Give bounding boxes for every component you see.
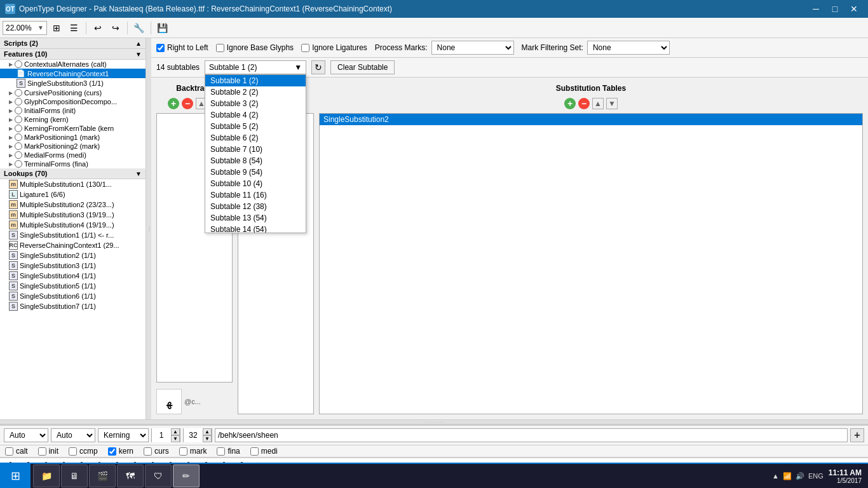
- tree-item-init[interactable]: ▶ InitialForms (init): [0, 106, 146, 115]
- checkbox-curs[interactable]: curs: [144, 447, 169, 456]
- checkbox-calt[interactable]: calt: [5, 447, 28, 456]
- checkbox-ccmp-input[interactable]: [69, 447, 77, 456]
- lookups-section-header[interactable]: Lookups (70) ▼: [0, 168, 146, 179]
- backtrack-add-button[interactable]: +: [168, 98, 179, 109]
- substitution-down-button[interactable]: ▼: [606, 98, 618, 109]
- subtable-item-8[interactable]: Subtable 8 (54): [205, 155, 306, 166]
- checkbox-medi[interactable]: medi: [250, 447, 278, 456]
- tree-item-glyph-comp[interactable]: ▶ GlyphCompositionDecompo...: [0, 97, 146, 106]
- taskbar-item-2[interactable]: 🖥: [61, 464, 88, 487]
- tree-item-curs[interactable]: ▶ CursivePositioning (curs): [0, 88, 146, 97]
- grid-button[interactable]: ⊞: [48, 20, 65, 36]
- taskbar-item-explorer[interactable]: 📁: [33, 464, 60, 487]
- tree-item-singlesub4[interactable]: S SingleSubstitution4 (1/1): [0, 271, 146, 281]
- maximize-button[interactable]: □: [826, 1, 844, 17]
- mark-filtering-select[interactable]: None: [587, 41, 670, 55]
- redo-button[interactable]: ↪: [107, 20, 124, 36]
- start-button[interactable]: ⊞: [0, 463, 31, 488]
- zoom-arrow[interactable]: ▼: [37, 24, 44, 31]
- tree-item-singlesub6[interactable]: S SingleSubstitution6 (1/1): [0, 291, 146, 301]
- substitution-add-button[interactable]: +: [564, 98, 576, 109]
- right-to-left-input[interactable]: [156, 44, 165, 52]
- checkbox-fina-input[interactable]: [217, 447, 225, 456]
- tree-item-kern-table[interactable]: ▶ KerningFromKernTable (kern: [0, 124, 146, 133]
- checkbox-ccmp[interactable]: ccmp: [69, 447, 98, 456]
- tree-item-singlesub1[interactable]: S SingleSubstitution1 (1/1) <- r...: [0, 230, 146, 240]
- preview-plus-button[interactable]: +: [850, 428, 864, 442]
- tree-item-ligature1[interactable]: L Ligature1 (6/6): [0, 189, 146, 200]
- close-button[interactable]: ✕: [845, 1, 863, 17]
- tree-item-singlesub2[interactable]: S SingleSubstitution2 (1/1): [0, 250, 146, 261]
- checkbox-kern[interactable]: kern: [108, 447, 133, 456]
- preview-select-2[interactable]: Auto: [51, 428, 95, 442]
- subtable-item-2[interactable]: Subtable 2 (2): [205, 86, 306, 98]
- tree-item-fina[interactable]: ▶ TerminalForms (fina): [0, 159, 146, 168]
- size-spin-up[interactable]: ▲: [203, 428, 212, 435]
- tree-item-mark2[interactable]: ▶ MarkPositioning2 (mark): [0, 142, 146, 151]
- tree-item-multisub3[interactable]: m MultipleSubstitution3 (19/19...): [0, 210, 146, 220]
- checkbox-mark-input[interactable]: [179, 447, 187, 456]
- tree-item-reverse-chaining[interactable]: 📄 ReverseChainingContext1: [0, 69, 146, 78]
- subtable-item-4[interactable]: Subtable 4 (2): [205, 109, 306, 121]
- subtable-item-1[interactable]: Subtable 1 (2): [205, 75, 306, 86]
- tree-item-kern[interactable]: ▶ Kerning (kern): [0, 115, 146, 124]
- tree-item-reversechaining[interactable]: RC ReverseChainingContext1 (29...: [0, 240, 146, 250]
- taskbar-item-5[interactable]: 🛡: [145, 464, 172, 487]
- save-button[interactable]: 💾: [154, 20, 171, 36]
- undo-button[interactable]: ↩: [90, 20, 106, 36]
- preview-num-input[interactable]: [152, 428, 171, 442]
- zoom-input[interactable]: [6, 24, 36, 32]
- right-to-left-checkbox[interactable]: Right to Left: [156, 43, 208, 52]
- checkbox-curs-input[interactable]: [144, 447, 152, 456]
- horizontal-splitter[interactable]: ⋮: [146, 38, 151, 419]
- scripts-section-header[interactable]: Scripts (2) ▲: [0, 38, 146, 49]
- ignore-ligatures-input[interactable]: [301, 44, 309, 52]
- tree-item-mark1[interactable]: ▶ MarkPositioning1 (mark): [0, 133, 146, 142]
- subtable-item-12[interactable]: Subtable 12 (38): [205, 201, 306, 212]
- subtable-item-7[interactable]: Subtable 7 (10): [205, 144, 306, 155]
- tree-item-medi[interactable]: ▶ MedialForms (medi): [0, 151, 146, 159]
- tree-item-single-sub3[interactable]: S SingleSubstitution3 (1/1): [0, 78, 146, 88]
- refresh-button[interactable]: ↻: [311, 60, 325, 74]
- lookups-collapse[interactable]: ▼: [135, 170, 142, 177]
- tree-item-multisub4[interactable]: m MultipleSubstitution4 (19/19...): [0, 220, 146, 230]
- subtable-item-6[interactable]: Subtable 6 (2): [205, 132, 306, 144]
- subtable-item-13[interactable]: Subtable 13 (54): [205, 212, 306, 224]
- preview-drag-handle[interactable]: · · · · · · · ·: [0, 419, 868, 424]
- substitution-item-1[interactable]: SingleSubstitution2: [320, 114, 862, 125]
- features-collapse[interactable]: ▼: [135, 51, 142, 58]
- taskbar-item-3[interactable]: 🎬: [89, 464, 116, 487]
- substitution-up-button[interactable]: ▲: [592, 98, 604, 109]
- table-button[interactable]: ☰: [66, 20, 83, 36]
- subtable-dropdown-button[interactable]: Subtable 1 (2) ▼: [205, 60, 306, 74]
- scripts-collapse[interactable]: ▲: [135, 40, 142, 47]
- subtable-item-14[interactable]: Subtable 14 (54): [205, 224, 306, 233]
- taskbar-item-editor[interactable]: ✏: [173, 464, 200, 487]
- checkbox-init[interactable]: init: [38, 447, 58, 456]
- preview-text-input[interactable]: [215, 428, 848, 442]
- taskbar-item-4[interactable]: 🗺: [117, 464, 144, 487]
- checkbox-medi-input[interactable]: [250, 447, 259, 456]
- num-spin-down[interactable]: ▼: [171, 435, 180, 442]
- subtable-item-5[interactable]: Subtable 5 (2): [205, 121, 306, 132]
- checkbox-init-input[interactable]: [38, 447, 46, 456]
- ignore-ligatures-checkbox[interactable]: Ignore Ligatures: [301, 43, 367, 52]
- substitution-remove-button[interactable]: −: [578, 98, 590, 109]
- checkbox-calt-input[interactable]: [5, 447, 13, 456]
- num-spin-up[interactable]: ▲: [171, 428, 180, 435]
- ignore-base-glyphs-input[interactable]: [216, 44, 224, 52]
- preview-size-input[interactable]: [184, 428, 203, 442]
- tree-item-singlesub3b[interactable]: S SingleSubstitution3 (1/1): [0, 261, 146, 271]
- wrench-button[interactable]: 🔧: [131, 20, 147, 36]
- size-spin-down[interactable]: ▼: [203, 435, 212, 442]
- checkbox-fina[interactable]: fina: [217, 447, 240, 456]
- tree-item-singlesub7[interactable]: S SingleSubstitution7 (1/1): [0, 301, 146, 311]
- tree-item-multisub1[interactable]: m MultipleSubstitution1 (130/1...: [0, 179, 146, 189]
- minimize-button[interactable]: ─: [807, 1, 825, 17]
- lang-indicator[interactable]: ENG: [808, 472, 824, 480]
- clear-subtable-button[interactable]: Clear Subtable: [330, 60, 395, 74]
- tree-item-multisub2[interactable]: m MultipleSubstitution2 (23/23...): [0, 200, 146, 210]
- ignore-base-glyphs-checkbox[interactable]: Ignore Base Glyphs: [216, 43, 294, 52]
- features-section-header[interactable]: Features (10) ▼: [0, 49, 146, 60]
- preview-kerning-select[interactable]: Kerning: [98, 428, 149, 442]
